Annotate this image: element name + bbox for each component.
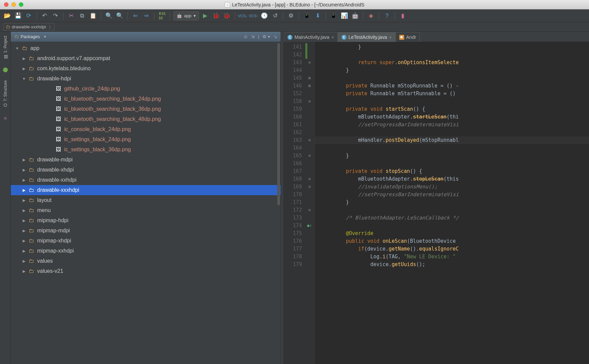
tab-androidmanifest[interactable]: ⬢ Andr <box>395 32 420 42</box>
collapse-all-icon[interactable]: ⇲ <box>251 34 255 39</box>
code-contents[interactable]: } return super.onOptionsItemSelecte } pr… <box>315 42 589 364</box>
minimize-window-button[interactable] <box>11 2 16 7</box>
gradle-icon[interactable]: ▮ <box>399 11 407 20</box>
expand-icon[interactable]: ▶ <box>22 249 26 253</box>
expand-icon[interactable]: ▶ <box>22 229 26 233</box>
close-icon[interactable]: × <box>389 35 392 40</box>
splitter[interactable] <box>281 32 284 364</box>
tree-row[interactable]: 🖼ic_bluetooth_searching_black_24dp.png <box>11 94 281 104</box>
find-icon[interactable]: 🔍 <box>104 11 113 20</box>
tree-row[interactable]: ▶🗀mipmap-xhdpi <box>11 236 281 246</box>
vcs-commit-icon[interactable]: VCS↑ <box>249 11 258 20</box>
favorites-icon[interactable]: ⚛ <box>3 116 7 121</box>
tree-row[interactable]: ▶🗀menu <box>11 205 281 215</box>
tree-row[interactable]: ▶🗀mipmap-mdpi <box>11 226 281 236</box>
expand-icon[interactable]: ▶ <box>22 188 26 192</box>
tree-row[interactable]: ▶🗀layout <box>11 195 281 205</box>
tree-row[interactable]: ▶🗀drawable-xhdpi <box>11 165 281 175</box>
expand-icon[interactable]: ▶ <box>22 218 26 223</box>
breadcrumb-item[interactable]: 🗀 drawable-xxxhdpi ⟩ <box>3 23 54 31</box>
expand-icon[interactable]: ▼ <box>22 77 26 81</box>
tree-row[interactable]: 🖼ic_console_black_24dp.png <box>11 124 281 134</box>
undo-icon[interactable]: ↶ <box>40 11 49 20</box>
expand-icon[interactable]: ▶ <box>22 67 26 71</box>
android-profiler-icon[interactable] <box>3 68 8 72</box>
expand-icon[interactable]: ▶ <box>22 269 26 274</box>
expand-icon[interactable]: ▶ <box>22 178 26 182</box>
vcs-revert-icon[interactable]: ↺ <box>271 11 280 20</box>
project-structure-icon[interactable]: ⚙ <box>287 11 296 20</box>
annotation-gutter[interactable]: ⊖ ⊞⊞ ⊖ ⊖ ⊖ ⊖⊖ ⊖ ●↑ <box>305 42 315 364</box>
maximize-window-button[interactable] <box>19 2 23 7</box>
forward-icon[interactable]: ⇒ <box>142 11 151 20</box>
ddms-icon[interactable]: 📱 <box>329 11 338 20</box>
sync-icon[interactable]: ⟳ <box>24 11 33 20</box>
expand-icon[interactable]: ▶ <box>22 56 26 61</box>
tree-row[interactable]: 🖼github_circle_24dp.png <box>11 84 281 94</box>
navigation-bar[interactable]: 🗀 drawable-xxxhdpi ⟩ <box>0 22 589 32</box>
tree-row[interactable]: ▼🗀drawable-hdpi <box>11 74 281 84</box>
breadcrumb-label: drawable-xxxhdpi <box>12 24 46 29</box>
sdk-manager-icon[interactable]: ⬇ <box>313 11 322 20</box>
vcs-update-icon[interactable]: VCS↓ <box>238 11 247 20</box>
line-number-gutter[interactable]: 1411421431441451461521581591601611621631… <box>284 42 305 364</box>
make-project-icon[interactable]: ⬇0110 <box>158 11 167 20</box>
replace-icon[interactable]: 🔍 <box>115 11 124 20</box>
tree-label: drawable-xxxhdpi <box>37 187 79 193</box>
avd-manager-icon[interactable]: 📱 <box>303 11 311 20</box>
tree-row[interactable]: ▶🗀mipmap-xxhdpi <box>11 246 281 256</box>
structure-tool-tab[interactable]: ⌬ 7: Structure <box>2 78 8 110</box>
tree-row[interactable]: 🖼ic_settings_black_24dp.png <box>11 134 281 145</box>
expand-icon[interactable]: ▼ <box>15 46 20 50</box>
run-icon[interactable]: ▶ <box>201 11 210 20</box>
scrollbar-thumb[interactable] <box>277 43 280 205</box>
expand-icon[interactable]: ▶ <box>22 158 26 162</box>
tree-row[interactable]: 🖼ic_bluetooth_searching_black_36dp.png <box>11 104 281 114</box>
tab-mainactivity[interactable]: C MainActivity.java × <box>284 32 338 42</box>
tree-row[interactable]: 🖼ic_bluetooth_searching_black_48dp.png <box>11 114 281 124</box>
vcs-history-icon[interactable]: 🕓 <box>260 11 269 20</box>
tree-row[interactable]: 🖼ic_settings_black_36dp.png <box>11 145 281 155</box>
expand-icon[interactable]: ▶ <box>22 239 26 243</box>
hide-panel-icon[interactable]: ↘ <box>274 34 277 39</box>
redo-icon[interactable]: ↷ <box>51 11 60 20</box>
code-editor[interactable]: 1411421431441451461521581591601611621631… <box>284 42 589 364</box>
tree-row[interactable]: ▶🗀drawable-mdpi <box>11 155 281 165</box>
gear-icon[interactable]: ⚙ ▾ <box>262 34 270 39</box>
cut-icon[interactable]: ✂ <box>67 11 76 20</box>
project-tool-tab[interactable]: ▤ 1: Project <box>2 34 8 61</box>
open-file-icon[interactable]: 📂 <box>3 11 11 20</box>
tree-row[interactable]: ▶🗀drawable-xxxhdpi <box>11 185 281 195</box>
file-icon: 🖼 <box>55 147 61 153</box>
expand-icon[interactable]: ▶ <box>22 259 26 263</box>
scroll-from-source-icon[interactable]: ⊙ <box>244 34 248 39</box>
save-all-icon[interactable]: 💾 <box>14 11 22 20</box>
debug-icon[interactable]: 🐞 <box>212 11 221 20</box>
attach-debugger-icon[interactable]: 🐞 <box>223 11 231 20</box>
tree-row[interactable]: ▶🗀drawable-xxhdpi <box>11 175 281 185</box>
tree-row[interactable]: ▶🗀values <box>11 256 281 266</box>
close-icon[interactable]: × <box>331 35 334 40</box>
back-icon[interactable]: ⇐ <box>131 11 140 20</box>
tree-row[interactable]: ▶🗀mipmap-hdpi <box>11 215 281 226</box>
paste-icon[interactable]: 📋 <box>88 11 97 20</box>
tab-letestactivity[interactable]: C LeTestActivity.java × <box>338 32 395 42</box>
genymotion-icon[interactable]: ◈ <box>367 11 376 20</box>
tree-label: android.support.v7.appcompat <box>37 55 110 61</box>
memory-monitor-icon[interactable]: 📊 <box>340 11 349 20</box>
run-configuration-select[interactable]: 🤖 app ▾ <box>174 11 199 20</box>
help-icon[interactable]: ? <box>383 11 391 20</box>
expand-icon[interactable]: ▶ <box>22 208 26 213</box>
tree-row[interactable]: ▼🗀app <box>11 43 281 53</box>
copy-icon[interactable]: ⧉ <box>78 11 86 20</box>
android-monitor-icon[interactable]: 🤖 <box>351 11 360 20</box>
tree-label: com.kytelabs.bleduino <box>37 66 91 72</box>
tree-row[interactable]: ▶🗀android.support.v7.appcompat <box>11 53 281 63</box>
expand-icon[interactable]: ▶ <box>22 198 26 203</box>
close-window-button[interactable] <box>4 2 8 7</box>
tree-row[interactable]: ▶🗀values-v21 <box>11 266 281 276</box>
tree-row[interactable]: ▶🗀com.kytelabs.bleduino <box>11 63 281 74</box>
expand-icon[interactable]: ▶ <box>22 168 26 172</box>
project-tree[interactable]: ▼🗀app▶🗀android.support.v7.appcompat▶🗀com… <box>11 42 281 364</box>
view-mode-select[interactable]: 🗀 Packages <box>14 34 46 39</box>
